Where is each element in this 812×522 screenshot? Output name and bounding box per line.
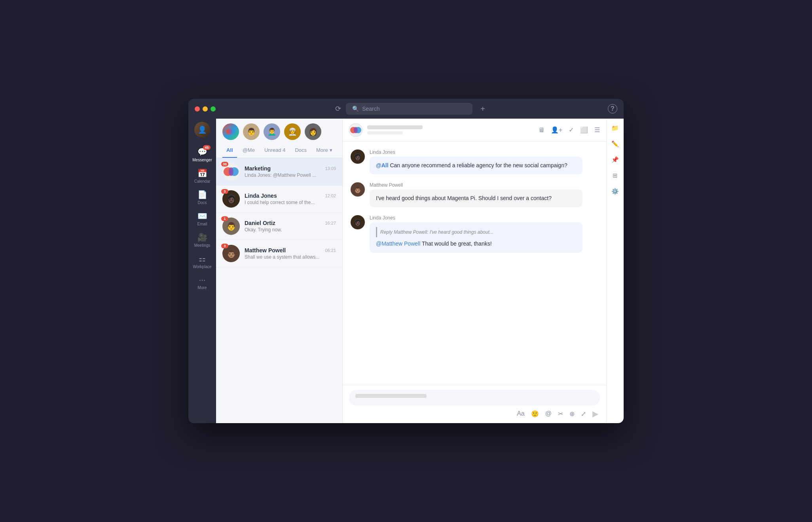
conv-avatar-linda: 👩🏿 3 bbox=[222, 190, 240, 208]
calendar-label: Calendar bbox=[194, 179, 211, 183]
expand-icon[interactable]: ⤢ bbox=[581, 410, 586, 418]
chat-header: 🖥 👤+ ✓ ⬜ ☰ bbox=[343, 119, 606, 142]
conv-name-daniel: Daniel Ortiz bbox=[245, 220, 275, 226]
user-avatar[interactable]: 👤 bbox=[194, 122, 210, 138]
video-call-icon[interactable]: 🖥 bbox=[538, 127, 544, 134]
msg-content-2: Matthew Powell I've heard good things ab… bbox=[370, 182, 582, 207]
docs-icon: 📄 bbox=[197, 190, 207, 199]
email-icon: ✉️ bbox=[197, 211, 207, 221]
history-icon[interactable]: ⟳ bbox=[335, 104, 341, 113]
workplace-label: Workplace bbox=[193, 265, 211, 269]
msg-bubble-1: @All Can anyone recommend a reliable age… bbox=[370, 157, 582, 174]
search-bar[interactable]: 🔍 Search bbox=[346, 103, 472, 115]
conv-avatar-marketing: 38 bbox=[222, 163, 240, 180]
chat-input-text-placeholder bbox=[355, 394, 427, 398]
chat-header-subtitle bbox=[367, 131, 403, 134]
main-content: 👤 💬 45 Messenger 📅 Calendar 📄 Docs ✉️ Em… bbox=[188, 119, 624, 423]
search-placeholder: Search bbox=[362, 106, 379, 112]
avatar-4[interactable]: 👩 bbox=[305, 123, 321, 140]
titlebar-center: ⟳ 🔍 Search + bbox=[220, 103, 603, 115]
add-member-icon[interactable]: 👤+ bbox=[551, 126, 562, 134]
group-avatar[interactable] bbox=[222, 123, 239, 140]
tab-docs[interactable]: Docs bbox=[291, 143, 311, 158]
msg-text-3: That would be great, thanks! bbox=[422, 240, 492, 247]
checkmark-icon[interactable]: ✓ bbox=[569, 126, 574, 134]
conv-preview-linda: I could help correct some of the... bbox=[245, 200, 336, 205]
message-group-3: 👩🏿 Linda Jones Reply Matthew Powell: I'v… bbox=[351, 215, 582, 253]
close-button[interactable] bbox=[195, 106, 200, 112]
sidebar-nav: 👤 💬 45 Messenger 📅 Calendar 📄 Docs ✉️ Em… bbox=[188, 119, 216, 423]
svg-point-11 bbox=[354, 127, 358, 133]
maximize-button[interactable] bbox=[211, 106, 216, 112]
sidebar-item-workplace[interactable]: ⚏ Workplace bbox=[188, 251, 216, 272]
filter-tabs: All @Me Unread 4 Docs More ▾ bbox=[216, 143, 342, 158]
conversation-panel: 👨 👨‍🦱 👳 👩 All @Me Unread 4 Docs More ▾ bbox=[216, 119, 343, 423]
conversation-item-matthew[interactable]: 👨🏽 3 Matthew Powell 06:21 Shall we use a… bbox=[216, 240, 342, 267]
conversation-item-linda[interactable]: 👩🏿 3 Linda Jones 12:02 I could help corr… bbox=[216, 185, 342, 213]
chat-header-info bbox=[367, 125, 533, 134]
email-label: Email bbox=[197, 222, 207, 226]
meetings-icon: 🎥 bbox=[197, 233, 207, 242]
folder-icon[interactable]: 📁 bbox=[609, 122, 622, 134]
msg-content-3: Linda Jones Reply Matthew Powell: I've h… bbox=[370, 215, 582, 253]
chat-input-bar[interactable] bbox=[349, 390, 600, 406]
add-attachment-icon[interactable]: ⊕ bbox=[569, 410, 575, 418]
message-group-2: 👨🏽 Matthew Powell I've heard good things… bbox=[351, 182, 582, 207]
message-group-1: 👩🏿 Linda Jones @All Can anyone recommend… bbox=[351, 149, 582, 174]
sidebar-item-email[interactable]: ✉️ Email bbox=[188, 208, 216, 229]
sidebar-item-meetings[interactable]: 🎥 Meetings bbox=[188, 229, 216, 251]
chat-area-wrapper: 🖥 👤+ ✓ ⬜ ☰ 👩🏿 Linda Jones bbox=[343, 119, 624, 423]
msg-sender-1: Linda Jones bbox=[370, 149, 582, 155]
messenger-badge: 45 bbox=[203, 145, 210, 150]
pin-icon[interactable]: 📌 bbox=[609, 153, 622, 166]
emoji-icon[interactable]: 🙂 bbox=[531, 410, 539, 418]
conv-info-daniel: Daniel Ortiz 16:27 Okay. Trying now. bbox=[245, 220, 336, 233]
conv-name-matthew: Matthew Powell bbox=[245, 247, 286, 253]
conv-badge-matthew: 3 bbox=[221, 244, 228, 248]
conversation-item-marketing[interactable]: 38 Marketing 13:09 Linda Jones: @Matthew… bbox=[216, 158, 342, 185]
msg-avatar-linda-1: 👩🏿 bbox=[351, 149, 365, 164]
conv-time-matthew: 06:21 bbox=[325, 248, 336, 253]
at-mention-icon[interactable]: @ bbox=[545, 410, 552, 417]
chat-input-area: Aa 🙂 @ ✂ ⊕ ⤢ ▶ bbox=[343, 385, 606, 423]
conv-name-linda: Linda Jones bbox=[245, 193, 277, 199]
tab-me[interactable]: @Me bbox=[239, 143, 259, 158]
tab-unread[interactable]: Unread 4 bbox=[260, 143, 289, 158]
sidebar-item-docs[interactable]: 📄 Docs bbox=[188, 187, 216, 208]
messages-area: 👩🏿 Linda Jones @All Can anyone recommend… bbox=[343, 142, 606, 385]
add-button[interactable]: + bbox=[477, 103, 488, 115]
chat-header-actions: 🖥 👤+ ✓ ⬜ ☰ bbox=[538, 126, 600, 134]
sidebar-item-messenger[interactable]: 💬 45 Messenger bbox=[188, 144, 216, 165]
settings-icon[interactable]: ⚙️ bbox=[609, 185, 622, 198]
avatar-1[interactable]: 👨 bbox=[243, 123, 260, 140]
tab-all[interactable]: All bbox=[222, 143, 237, 158]
pencil-icon[interactable]: ✏️ bbox=[609, 138, 622, 150]
list-icon[interactable]: ☰ bbox=[594, 126, 600, 134]
avatar-2[interactable]: 👨‍🦱 bbox=[264, 123, 280, 140]
apps-icon[interactable]: ⊞ bbox=[609, 169, 622, 182]
msg-sender-3: Linda Jones bbox=[370, 215, 582, 221]
conv-info-matthew: Matthew Powell 06:21 Shall we use a syst… bbox=[245, 247, 336, 260]
minimize-button[interactable] bbox=[203, 106, 208, 112]
conv-name-marketing: Marketing bbox=[245, 165, 271, 172]
conversation-item-daniel[interactable]: 👨 1 Daniel Ortiz 16:27 Okay. Trying now. bbox=[216, 213, 342, 240]
help-button[interactable]: ? bbox=[608, 104, 617, 113]
messenger-icon: 💬 45 bbox=[197, 147, 207, 157]
msg-avatar-linda-2: 👩🏿 bbox=[351, 215, 365, 229]
avatars-row: 👨 👨‍🦱 👳 👩 bbox=[216, 119, 342, 143]
conv-badge-daniel: 1 bbox=[221, 216, 228, 221]
scissors-icon[interactable]: ✂ bbox=[558, 410, 563, 418]
chat-input-actions: Aa 🙂 @ ✂ ⊕ ⤢ ▶ bbox=[349, 409, 600, 418]
msg-text-2: I've heard good things about Magenta Pi.… bbox=[376, 195, 552, 201]
tab-more[interactable]: More ▾ bbox=[312, 143, 336, 158]
layout-icon[interactable]: ⬜ bbox=[580, 126, 588, 134]
svg-point-7 bbox=[229, 167, 233, 176]
font-size-icon[interactable]: Aa bbox=[517, 410, 525, 417]
avatar-3[interactable]: 👳 bbox=[284, 123, 301, 140]
sidebar-item-calendar[interactable]: 📅 Calendar bbox=[188, 165, 216, 187]
send-button[interactable]: ▶ bbox=[592, 409, 598, 418]
chat-header-avatar bbox=[349, 123, 362, 137]
sidebar-item-more[interactable]: ··· More bbox=[188, 272, 216, 293]
chat-panel: 🖥 👤+ ✓ ⬜ ☰ 👩🏿 Linda Jones bbox=[343, 119, 606, 423]
docs-label: Docs bbox=[198, 200, 207, 205]
